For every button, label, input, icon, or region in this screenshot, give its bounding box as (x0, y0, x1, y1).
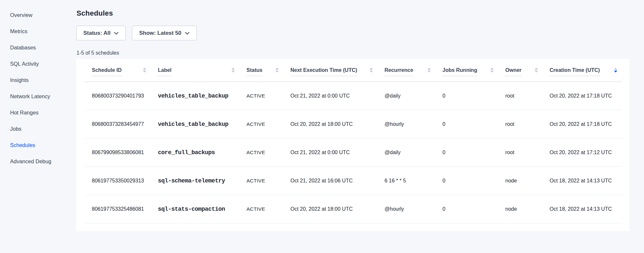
cell-schedule-id: 806197753325486081 (85, 195, 151, 223)
column-header-inner: Status (239, 67, 283, 73)
sidebar-item-hot-ranges[interactable]: Hot Ranges (0, 104, 76, 121)
show-filter-label: Show: Latest 50 (139, 30, 181, 36)
table-row: 806799098533806081core_full_backupsACTIV… (85, 138, 622, 166)
cell-label: vehicles_table_backup (151, 110, 239, 138)
sidebar-item-advanced-debug[interactable]: Advanced Debug (0, 153, 76, 169)
cell-owner: root (498, 82, 542, 110)
table-header: Schedule IDLabelStatusNext Execution Tim… (85, 59, 622, 82)
cell-label: core_full_backups (151, 138, 239, 166)
sort-icons (370, 68, 373, 73)
table-row: 806800373283454977vehicles_table_backupA… (85, 110, 622, 138)
column-header-schedule-id[interactable]: Schedule ID (85, 59, 151, 82)
status-filter-label: Status: All (83, 30, 110, 36)
sort-desc-icon (143, 71, 146, 73)
cell-schedule-id: 806197753350029313 (85, 166, 151, 195)
cell-recurrence: @hourly (377, 110, 435, 138)
cell-jobs-running: 0 (435, 166, 498, 195)
column-header-label: Next Execution Time (UTC) (290, 67, 357, 73)
table-header-row: Schedule IDLabelStatusNext Execution Tim… (85, 59, 622, 82)
cell-creation-time: Oct 18, 2022 at 14:13 UTC (542, 195, 622, 223)
column-header-creation-time-utc[interactable]: Creation Time (UTC) (542, 59, 622, 82)
cell-owner: node (498, 195, 542, 223)
sort-desc-icon (427, 71, 431, 73)
cell-schedule-id: 806799098533806081 (85, 138, 151, 166)
table-row: 806197753325486081sql-stats-compactionAC… (85, 195, 622, 223)
table-row: 806197753350029313sql-schema-telemetryAC… (85, 166, 622, 195)
chevron-down-icon (185, 32, 189, 35)
sort-icons (143, 68, 146, 73)
cell-jobs-running: 0 (435, 195, 498, 223)
column-header-status[interactable]: Status (239, 59, 283, 82)
column-header-label[interactable]: Label (151, 59, 239, 82)
cell-status: ACTIVE (239, 166, 283, 195)
column-header-label: Label (158, 67, 172, 73)
cell-creation-time: Oct 20, 2022 at 17:12 UTC (542, 138, 622, 166)
sort-asc-icon (614, 68, 617, 70)
sort-icons (427, 68, 431, 73)
cell-next-execution: Oct 20, 2022 at 18:00 UTC (283, 110, 377, 138)
cell-label: sql-schema-telemetry (151, 166, 239, 195)
cell-creation-time: Oct 20, 2022 at 17:18 UTC (542, 110, 622, 138)
cell-jobs-running: 0 (435, 138, 498, 166)
sort-asc-icon (535, 68, 538, 70)
cell-status: ACTIVE (239, 82, 283, 110)
cell-recurrence: 6 16 * * 5 (377, 166, 435, 195)
cell-status: ACTIVE (239, 110, 283, 138)
cell-owner: node (498, 166, 542, 195)
sidebar-item-overview[interactable]: Overview (0, 7, 76, 23)
column-header-label: Status (246, 67, 262, 73)
chevron-down-icon (114, 32, 119, 35)
cell-next-execution: Oct 21, 2022 at 16:06 UTC (283, 166, 377, 195)
sidebar-item-insights[interactable]: Insights (0, 72, 76, 88)
table-body: 806800373290401793vehicles_table_backupA… (85, 82, 622, 223)
cell-schedule-id: 806800373283454977 (85, 110, 151, 138)
column-header-inner: Jobs Running (435, 67, 498, 73)
column-header-label: Creation Time (UTC) (550, 67, 600, 73)
cell-next-execution: Oct 21, 2022 at 0:00 UTC (283, 82, 377, 110)
cell-recurrence: @daily (377, 138, 435, 166)
cell-jobs-running: 0 (435, 110, 498, 138)
sort-asc-icon (490, 68, 494, 70)
schedules-table: Schedule IDLabelStatusNext Execution Tim… (85, 59, 622, 223)
sort-asc-icon (231, 68, 235, 70)
sort-desc-icon (490, 71, 494, 73)
column-header-label: Jobs Running (442, 67, 477, 73)
column-header-inner: Owner (498, 67, 542, 73)
column-header-label: Owner (505, 67, 522, 73)
column-header-inner: Recurrence (377, 67, 435, 73)
sort-asc-icon (370, 68, 373, 70)
sort-desc-icon (275, 71, 279, 73)
column-header-inner: Schedule ID (85, 67, 151, 73)
page-title: Schedules (77, 9, 629, 18)
cell-owner: root (498, 138, 542, 166)
status-filter-dropdown[interactable]: Status: All (76, 26, 126, 40)
sidebar: OverviewMetricsDatabasesSQL ActivityInsi… (0, 0, 76, 253)
cell-status: ACTIVE (239, 138, 283, 166)
show-filter-dropdown[interactable]: Show: Latest 50 (132, 26, 196, 40)
main-content: Schedules Status: All Show: Latest 50 1-… (76, 9, 629, 231)
column-header-label: Schedule ID (92, 67, 122, 73)
results-count: 1-5 of 5 schedules (77, 50, 629, 56)
sort-desc-icon (614, 71, 617, 73)
sidebar-item-sql-activity[interactable]: SQL Activity (0, 56, 76, 72)
sidebar-item-metrics[interactable]: Metrics (0, 23, 76, 39)
column-header-inner: Creation Time (UTC) (542, 67, 622, 73)
column-header-jobs-running[interactable]: Jobs Running (435, 59, 498, 82)
column-header-next-execution-time-utc[interactable]: Next Execution Time (UTC) (283, 59, 377, 82)
sidebar-nav-list: OverviewMetricsDatabasesSQL ActivityInsi… (0, 7, 76, 169)
cell-recurrence: @hourly (377, 195, 435, 223)
sort-icons (535, 68, 538, 73)
column-header-recurrence[interactable]: Recurrence (377, 59, 435, 82)
sidebar-item-schedules[interactable]: Schedules (0, 137, 76, 153)
table-row: 806800373290401793vehicles_table_backupA… (85, 82, 622, 110)
sidebar-item-databases[interactable]: Databases (0, 39, 76, 56)
schedules-table-card: Schedule IDLabelStatusNext Execution Tim… (76, 59, 629, 231)
filters-bar: Status: All Show: Latest 50 (76, 26, 629, 40)
cell-next-execution: Oct 21, 2022 at 0:00 UTC (283, 138, 377, 166)
column-header-owner[interactable]: Owner (498, 59, 542, 82)
column-header-label: Recurrence (385, 67, 413, 73)
sort-asc-icon (275, 68, 279, 70)
cell-schedule-id: 806800373290401793 (85, 82, 151, 110)
sidebar-item-jobs[interactable]: Jobs (0, 121, 76, 137)
sidebar-item-network-latency[interactable]: Network Latency (0, 88, 76, 104)
